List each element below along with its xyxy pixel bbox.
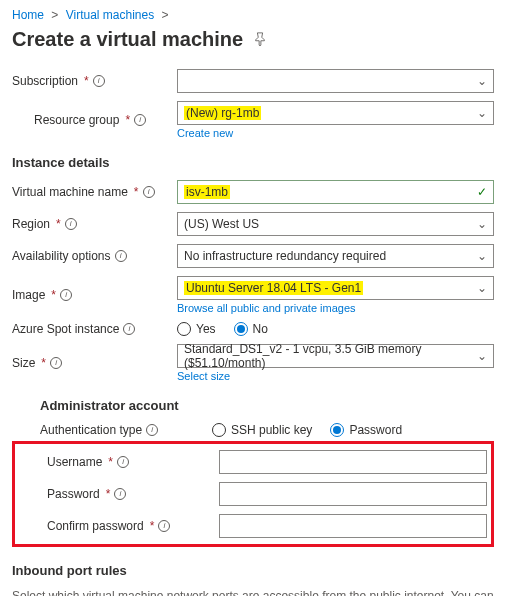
credentials-highlight-box: Username* i Password* i Confirm password… (12, 441, 494, 547)
section-admin-account: Administrator account (12, 398, 494, 413)
pin-icon[interactable] (253, 28, 267, 51)
row-subscription: Subscription* i ⌄ (12, 69, 494, 93)
row-region: Region* i (US) West US ⌄ (12, 212, 494, 236)
row-confirm-password: Confirm password* i (19, 514, 487, 538)
info-icon[interactable]: i (123, 323, 135, 335)
info-icon[interactable]: i (134, 114, 146, 126)
auth-ssh-radio[interactable]: SSH public key (212, 423, 312, 437)
row-auth-type: Authentication type i SSH public key Pas… (12, 423, 494, 437)
label-vm-name: Virtual machine name* i (12, 185, 177, 199)
select-size-link[interactable]: Select size (177, 370, 494, 382)
section-inbound-rules: Inbound port rules (12, 563, 494, 578)
section-instance-details: Instance details (12, 155, 494, 170)
inbound-helper-text: Select which virtual machine network por… (12, 588, 494, 596)
radio-label: No (253, 322, 268, 336)
row-image: Image* i Ubuntu Server 18.04 LTS - Gen1 … (12, 276, 494, 314)
row-resource-group: Resource group* i (New) rg-1mb ⌄ Create … (12, 101, 494, 139)
radio-label: Yes (196, 322, 216, 336)
spot-no-radio[interactable]: No (234, 322, 268, 336)
label-availability: Availability options i (12, 249, 177, 263)
chevron-right-icon: > (162, 8, 169, 22)
label-password: Password* i (19, 487, 219, 501)
vm-name-value: isv-1mb (184, 185, 230, 199)
label-image: Image* i (12, 288, 177, 302)
chevron-down-icon: ⌄ (477, 106, 487, 120)
availability-select[interactable]: No infrastructure redundancy required ⌄ (177, 244, 494, 268)
region-value: (US) West US (184, 217, 259, 231)
label-username: Username* i (19, 455, 219, 469)
image-value: Ubuntu Server 18.04 LTS - Gen1 (184, 281, 363, 295)
info-icon[interactable]: i (146, 424, 158, 436)
availability-value: No infrastructure redundancy required (184, 249, 386, 263)
info-icon[interactable]: i (60, 289, 72, 301)
label-auth-type: Authentication type i (12, 423, 212, 437)
label-resource-group: Resource group* i (12, 113, 177, 127)
chevron-down-icon: ⌄ (477, 217, 487, 231)
page-title-text: Create a virtual machine (12, 28, 243, 51)
username-input[interactable] (219, 450, 487, 474)
chevron-down-icon: ⌄ (477, 74, 487, 88)
size-select[interactable]: Standard_DS1_v2 - 1 vcpu, 3.5 GiB memory… (177, 344, 494, 368)
row-spot: Azure Spot instance i Yes No (12, 322, 494, 336)
checkmark-icon: ✓ (477, 185, 487, 199)
label-spot: Azure Spot instance i (12, 322, 177, 336)
info-icon[interactable]: i (158, 520, 170, 532)
info-icon[interactable]: i (65, 218, 77, 230)
breadcrumb-vms[interactable]: Virtual machines (66, 8, 155, 22)
confirm-password-input[interactable] (219, 514, 487, 538)
row-size: Size* i Standard_DS1_v2 - 1 vcpu, 3.5 Gi… (12, 344, 494, 382)
auth-password-radio[interactable]: Password (330, 423, 402, 437)
vm-name-input[interactable]: isv-1mb ✓ (177, 180, 494, 204)
label-size: Size* i (12, 356, 177, 370)
chevron-down-icon: ⌄ (477, 281, 487, 295)
info-icon[interactable]: i (117, 456, 129, 468)
row-availability: Availability options i No infrastructure… (12, 244, 494, 268)
resource-group-select[interactable]: (New) rg-1mb ⌄ (177, 101, 494, 125)
breadcrumb: Home > Virtual machines > (12, 8, 494, 22)
label-subscription: Subscription* i (12, 74, 177, 88)
row-username: Username* i (19, 450, 487, 474)
radio-label: SSH public key (231, 423, 312, 437)
radio-label: Password (349, 423, 402, 437)
info-icon[interactable]: i (115, 250, 127, 262)
row-vm-name: Virtual machine name* i isv-1mb ✓ (12, 180, 494, 204)
info-icon[interactable]: i (93, 75, 105, 87)
info-icon[interactable]: i (143, 186, 155, 198)
chevron-down-icon: ⌄ (477, 249, 487, 263)
image-select[interactable]: Ubuntu Server 18.04 LTS - Gen1 ⌄ (177, 276, 494, 300)
row-password: Password* i (19, 482, 487, 506)
subscription-select[interactable]: ⌄ (177, 69, 494, 93)
password-input[interactable] (219, 482, 487, 506)
spot-yes-radio[interactable]: Yes (177, 322, 216, 336)
breadcrumb-home[interactable]: Home (12, 8, 44, 22)
browse-images-link[interactable]: Browse all public and private images (177, 302, 494, 314)
info-icon[interactable]: i (114, 488, 126, 500)
page-title: Create a virtual machine (12, 28, 494, 51)
label-region: Region* i (12, 217, 177, 231)
label-confirm-password: Confirm password* i (19, 519, 219, 533)
chevron-down-icon: ⌄ (477, 349, 487, 363)
chevron-right-icon: > (51, 8, 58, 22)
region-select[interactable]: (US) West US ⌄ (177, 212, 494, 236)
resource-group-value: (New) rg-1mb (184, 106, 261, 120)
create-new-link[interactable]: Create new (177, 127, 494, 139)
size-value: Standard_DS1_v2 - 1 vcpu, 3.5 GiB memory… (184, 342, 477, 370)
info-icon[interactable]: i (50, 357, 62, 369)
